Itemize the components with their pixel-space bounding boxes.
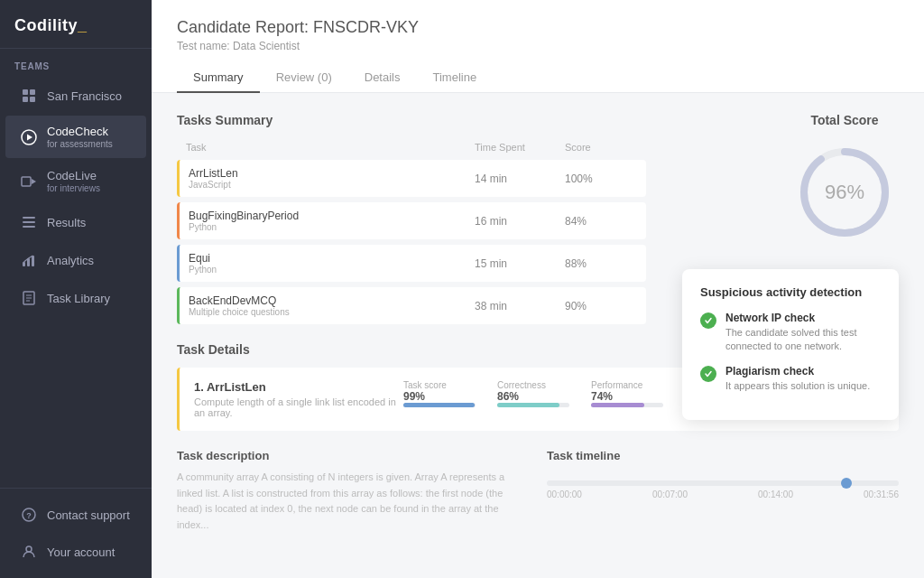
- sidebar: Codility_ Teams San Francisco CodeCheck …: [0, 0, 152, 578]
- task-lang: Python: [189, 265, 475, 275]
- results-icon: [20, 213, 38, 231]
- svg-marker-5: [27, 134, 32, 140]
- col-time: Time Spent: [475, 142, 565, 153]
- contact-support-label: Contact support: [47, 508, 130, 522]
- page-title: Candidate Report: FNSCDR-VKY: [177, 18, 899, 37]
- logo-text: Codility: [14, 16, 78, 34]
- codelive-sub: for interviews: [47, 183, 100, 193]
- task-library-label: Task Library: [47, 292, 110, 305]
- page-subtitle: Test name: Data Scientist: [177, 40, 899, 52]
- sidebar-item-your-account[interactable]: Your account: [5, 534, 146, 570]
- timeline-labels: 00:00:00 00:07:00 00:14:00 00:31:56: [547, 489, 899, 499]
- svg-rect-1: [30, 89, 35, 95]
- grid-icon: [20, 87, 38, 105]
- task-time: 14 min: [475, 172, 565, 185]
- description-text: A community array A consisting of N inte…: [177, 470, 529, 533]
- donut-score-value: 96%: [825, 181, 864, 204]
- content-area: Tasks Summary Task Time Spent Score ArrL…: [152, 93, 924, 553]
- svg-text:?: ?: [26, 511, 32, 520]
- total-score-label: Total Score: [790, 113, 899, 127]
- task-lang: Multiple choice questions: [189, 307, 475, 317]
- task-score: 84%: [565, 215, 637, 228]
- sidebar-item-codecheck[interactable]: CodeCheck for assessments: [5, 116, 146, 158]
- analytics-icon: [20, 251, 38, 269]
- sidebar-item-task-library[interactable]: Task Library: [5, 280, 146, 316]
- suspicious-activity-card: Suspicious activity detection Network IP…: [682, 269, 899, 420]
- svg-rect-13: [32, 256, 34, 266]
- tab-summary[interactable]: Summary: [177, 63, 260, 93]
- performance-label: Performance: [591, 380, 663, 390]
- svg-rect-6: [22, 177, 31, 186]
- svg-rect-10: [23, 226, 35, 228]
- task-name: Equi: [189, 252, 475, 265]
- question-icon: ?: [20, 506, 38, 524]
- plagiarism-check-desc: It appears this solution is unique.: [725, 379, 870, 393]
- task-lang: JavaScript: [189, 180, 475, 190]
- task-score: 88%: [565, 257, 637, 270]
- logo: Codility_: [0, 0, 152, 49]
- timeline-label-2: 00:14:00: [758, 489, 793, 499]
- task-score: 100%: [565, 172, 637, 185]
- col-score: Score: [565, 142, 637, 153]
- tab-details[interactable]: Details: [348, 63, 417, 93]
- svg-rect-8: [23, 217, 35, 219]
- sidebar-item-analytics[interactable]: Analytics: [5, 242, 146, 278]
- timeline-label-1: 00:07:00: [652, 489, 688, 499]
- codecheck-label: CodeCheck: [47, 125, 113, 138]
- sidebar-item-results[interactable]: Results: [5, 204, 146, 240]
- sidebar-item-san-francisco[interactable]: San Francisco: [5, 78, 146, 114]
- sidebar-item-label: San Francisco: [47, 89, 122, 103]
- title-code: FNSCDR-VKY: [313, 18, 419, 36]
- task-name: BackEndDevMCQ: [189, 294, 475, 307]
- table-row: BackEndDevMCQ Multiple choice questions …: [177, 287, 646, 324]
- tab-bar: Summary Review (0) Details Timeline: [177, 63, 899, 92]
- table-row: BugFixingBinaryPeriod Python 16 min 84%: [177, 202, 646, 239]
- task-time: 16 min: [475, 215, 565, 228]
- svg-rect-0: [23, 89, 28, 95]
- correctness-label: Correctness: [497, 380, 569, 390]
- svg-rect-3: [30, 97, 35, 102]
- person-icon: [20, 543, 38, 561]
- check-icon-plagiarism: [700, 366, 716, 382]
- task-lang: Python: [189, 222, 475, 232]
- task-timeline-section: Task timeline 00:00:00 00:07:00 00:14:00…: [547, 449, 899, 533]
- codecheck-sub: for assessments: [47, 139, 113, 149]
- sidebar-item-contact-support[interactable]: ? Contact support: [5, 497, 146, 533]
- tab-review[interactable]: Review (0): [260, 63, 348, 93]
- main-content: Candidate Report: FNSCDR-VKY Test name: …: [152, 0, 924, 578]
- svg-point-20: [26, 546, 32, 552]
- network-check-desc: The candidate solved this test connected…: [725, 326, 881, 354]
- svg-rect-9: [23, 221, 35, 223]
- svg-rect-2: [23, 97, 28, 102]
- bottom-row: Task description A community array A con…: [177, 449, 899, 533]
- results-label: Results: [47, 216, 86, 229]
- check-item-network: Network IP check The candidate solved th…: [700, 312, 881, 354]
- correctness-bar: [497, 403, 569, 407]
- check-icon-network: [700, 312, 716, 329]
- teams-label: Teams: [0, 49, 152, 77]
- tab-timeline[interactable]: Timeline: [417, 63, 494, 93]
- donut-chart: 96%: [790, 138, 899, 247]
- suspicious-title: Suspicious activity detection: [700, 285, 881, 299]
- description-title: Task description: [177, 449, 529, 462]
- task-score-bar: [403, 403, 476, 407]
- sidebar-bottom: ? Contact support Your account: [0, 488, 152, 578]
- svg-rect-11: [23, 262, 25, 266]
- timeline-bar: [547, 480, 899, 486]
- timeline-title: Task timeline: [547, 449, 899, 462]
- table-row: Equi Python 15 min 88%: [177, 245, 646, 282]
- analytics-label: Analytics: [47, 254, 94, 267]
- performance-value: 74%: [591, 390, 663, 403]
- logo-suffix: _: [78, 16, 88, 34]
- timeline-label-0: 00:00:00: [547, 489, 582, 499]
- task-description-section: Task description A community array A con…: [177, 449, 529, 533]
- svg-marker-7: [32, 179, 36, 184]
- detail-task-name: 1. ArrListLen: [194, 380, 403, 394]
- check-item-plagiarism: Plagiarism check It appears this solutio…: [700, 365, 881, 393]
- task-name: ArrListLen: [189, 167, 475, 180]
- performance-bar: [591, 403, 663, 407]
- sidebar-item-codelive[interactable]: CodeLive for interviews: [5, 160, 146, 202]
- task-score-value: 99%: [403, 390, 476, 403]
- network-check-title: Network IP check: [725, 312, 881, 324]
- codelive-label: CodeLive: [47, 169, 100, 182]
